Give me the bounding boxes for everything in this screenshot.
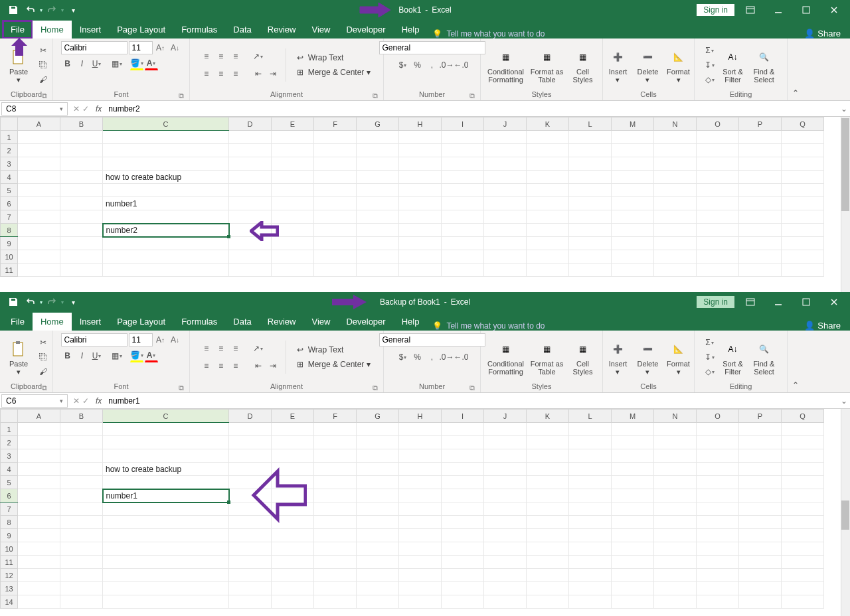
column-header-F[interactable]: F <box>314 410 357 423</box>
cell-A2[interactable] <box>18 144 60 157</box>
cell-I2[interactable] <box>442 144 484 157</box>
column-header-Q[interactable]: Q <box>782 410 824 423</box>
row-header-3[interactable]: 3 <box>1 157 18 171</box>
cell-J3[interactable] <box>484 449 527 463</box>
cell-F12[interactable] <box>314 569 357 582</box>
cell-K7[interactable] <box>527 502 569 516</box>
cell-Q8[interactable] <box>782 516 824 529</box>
cut-icon[interactable]: ✂ <box>37 336 50 349</box>
cell-K1[interactable] <box>527 423 569 436</box>
row-header-10[interactable]: 10 <box>1 542 18 556</box>
cell-E1[interactable] <box>272 423 314 436</box>
share-button[interactable]: 👤 Share <box>795 321 850 331</box>
tab-file[interactable]: File <box>3 313 33 331</box>
row-header-1[interactable]: 1 <box>1 131 18 144</box>
cell-N2[interactable] <box>654 144 697 157</box>
cell-P2[interactable] <box>739 436 782 449</box>
bold-button[interactable]: B <box>61 349 74 362</box>
comma-icon[interactable]: , <box>426 350 439 364</box>
cell-J11[interactable] <box>484 556 527 569</box>
grow-font-icon[interactable]: A↑ <box>154 41 167 54</box>
column-header-B[interactable]: B <box>60 410 103 423</box>
cell-E2[interactable] <box>272 436 314 449</box>
cell-K3[interactable] <box>527 449 569 463</box>
cell-O5[interactable] <box>697 476 739 489</box>
font-name-combo[interactable] <box>61 41 128 54</box>
font-launcher-icon[interactable]: ⧉ <box>177 92 185 100</box>
cell-J5[interactable] <box>484 184 527 197</box>
cell-Q10[interactable] <box>782 542 824 556</box>
cell-F6[interactable] <box>314 489 357 502</box>
align-middle-icon[interactable]: ≡ <box>214 342 228 355</box>
row-header-13[interactable]: 13 <box>1 582 18 595</box>
cell-A2[interactable] <box>18 436 60 449</box>
cell-K11[interactable] <box>527 556 569 569</box>
cell-L10[interactable] <box>569 542 612 556</box>
tell-me[interactable]: 💡 Tell me what you want to do <box>427 29 550 38</box>
cell-P7[interactable] <box>739 502 782 516</box>
cell-J6[interactable] <box>484 197 527 210</box>
column-header-Q[interactable]: Q <box>782 117 824 131</box>
minimize-icon[interactable] <box>766 294 790 310</box>
cell-J2[interactable] <box>484 436 527 449</box>
clipboard-launcher-icon[interactable]: ⧉ <box>41 384 48 392</box>
format-painter-icon[interactable]: 🖌 <box>37 73 50 86</box>
cell-L1[interactable] <box>569 423 612 436</box>
cell-F7[interactable] <box>314 210 357 224</box>
cell-Q1[interactable] <box>782 423 824 436</box>
cell-G9[interactable] <box>357 237 399 250</box>
row-header-8[interactable]: 8 <box>1 516 18 529</box>
cell-K3[interactable] <box>527 157 569 171</box>
column-header-L[interactable]: L <box>569 117 612 131</box>
cell-A8[interactable] <box>18 224 60 237</box>
save-icon[interactable] <box>5 2 21 18</box>
cell-A5[interactable] <box>18 184 60 197</box>
cell-K9[interactable] <box>527 237 569 250</box>
cell-O8[interactable] <box>697 224 739 237</box>
tab-insert[interactable]: Insert <box>72 313 110 331</box>
tab-developer[interactable]: Developer <box>338 313 393 331</box>
cell-D1[interactable] <box>229 131 272 144</box>
cell-G8[interactable] <box>357 224 399 237</box>
cell-N6[interactable] <box>654 489 697 502</box>
cell-N3[interactable] <box>654 157 697 171</box>
cell-H12[interactable] <box>399 569 442 582</box>
column-header-P[interactable]: P <box>739 410 782 423</box>
cell-E6[interactable] <box>272 197 314 210</box>
cell-O5[interactable] <box>697 184 739 197</box>
cell-P6[interactable] <box>739 197 782 210</box>
clear-icon[interactable]: ◇ <box>703 365 717 378</box>
cell-D2[interactable] <box>229 436 272 449</box>
cell-F10[interactable] <box>314 250 357 264</box>
cell-Q1[interactable] <box>782 131 824 144</box>
cell-M13[interactable] <box>612 582 654 595</box>
cell-B9[interactable] <box>60 529 103 542</box>
cell-K2[interactable] <box>527 436 569 449</box>
cell-P3[interactable] <box>739 157 782 171</box>
collapse-ribbon-icon[interactable]: ⌃ <box>788 38 804 100</box>
cell-O11[interactable] <box>697 556 739 569</box>
cell-N4[interactable] <box>654 463 697 476</box>
align-top-icon[interactable]: ≡ <box>200 342 213 355</box>
cell-P1[interactable] <box>739 131 782 144</box>
sign-in-button[interactable]: Sign in <box>697 296 734 308</box>
paste-button[interactable]: Paste▾ <box>3 339 35 376</box>
format-painter-icon[interactable]: 🖌 <box>37 365 50 378</box>
worksheet-grid-1[interactable]: ABCDEFGHIJKLMNOPQ1234how to create backu… <box>0 117 850 292</box>
maximize-icon[interactable] <box>794 2 818 18</box>
cell-C4[interactable]: how to create backup <box>103 463 229 476</box>
cell-A9[interactable] <box>18 529 60 542</box>
indent-icon[interactable]: ⇥ <box>266 67 280 80</box>
cell-A10[interactable] <box>18 542 60 556</box>
cell-N5[interactable] <box>654 476 697 489</box>
sort-filter-button[interactable]: A↓Sort & Filter <box>719 339 748 376</box>
cell-O7[interactable] <box>697 502 739 516</box>
column-header-I[interactable]: I <box>442 410 484 423</box>
cell-K5[interactable] <box>527 476 569 489</box>
cell-P3[interactable] <box>739 449 782 463</box>
sort-filter-button[interactable]: A↓Sort & Filter <box>719 46 748 84</box>
formula-input[interactable] <box>104 104 838 114</box>
cell-I1[interactable] <box>442 131 484 144</box>
cell-F5[interactable] <box>314 184 357 197</box>
cell-P13[interactable] <box>739 582 782 595</box>
